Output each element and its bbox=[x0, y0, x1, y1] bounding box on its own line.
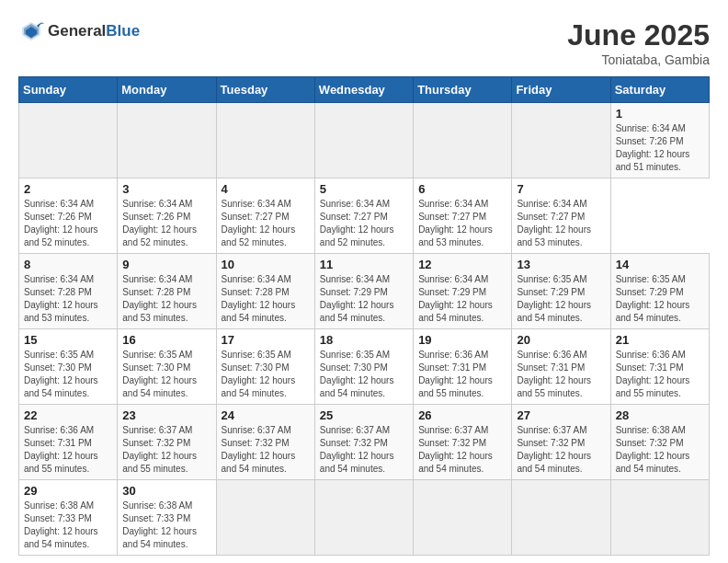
calendar-day-cell: 4Sunrise: 6:34 AMSunset: 7:27 PMDaylight… bbox=[216, 178, 314, 254]
calendar-day-cell: 14Sunrise: 6:35 AMSunset: 7:29 PMDayligh… bbox=[610, 254, 709, 329]
calendar-day-cell: 11Sunrise: 6:34 AMSunset: 7:29 PMDayligh… bbox=[314, 254, 413, 329]
calendar-title: June 2025 bbox=[567, 18, 710, 52]
calendar-week-row: 22Sunrise: 6:36 AMSunset: 7:31 PMDayligh… bbox=[19, 405, 710, 480]
empty-cell bbox=[414, 480, 512, 556]
calendar-day-cell: 29Sunrise: 6:38 AMSunset: 7:33 PMDayligh… bbox=[19, 480, 118, 556]
day-number: 1 bbox=[616, 107, 704, 121]
day-info: Sunrise: 6:37 AMSunset: 7:32 PMDaylight:… bbox=[122, 425, 197, 474]
calendar-day-cell: 10Sunrise: 6:34 AMSunset: 7:28 PMDayligh… bbox=[216, 254, 314, 329]
day-number: 12 bbox=[418, 258, 506, 271]
day-info: Sunrise: 6:35 AMSunset: 7:30 PMDaylight:… bbox=[122, 350, 197, 398]
day-number: 19 bbox=[418, 333, 506, 347]
day-number: 27 bbox=[517, 408, 605, 422]
empty-cell bbox=[19, 103, 118, 178]
day-info: Sunrise: 6:35 AMSunset: 7:30 PMDaylight:… bbox=[222, 350, 296, 398]
calendar-day-cell: 15Sunrise: 6:35 AMSunset: 7:30 PMDayligh… bbox=[19, 329, 118, 405]
day-number: 13 bbox=[517, 258, 605, 271]
empty-cell bbox=[314, 480, 413, 556]
empty-cell bbox=[216, 103, 314, 178]
header-day: Friday bbox=[512, 77, 610, 103]
day-info: Sunrise: 6:34 AMSunset: 7:27 PMDaylight:… bbox=[320, 199, 394, 247]
title-area: June 2025 Toniataba, Gambia bbox=[567, 18, 710, 67]
day-number: 23 bbox=[122, 408, 210, 422]
day-info: Sunrise: 6:35 AMSunset: 7:30 PMDaylight:… bbox=[24, 350, 98, 398]
calendar-day-cell: 24Sunrise: 6:37 AMSunset: 7:32 PMDayligh… bbox=[216, 405, 314, 480]
day-number: 2 bbox=[24, 182, 112, 196]
calendar-body: 1Sunrise: 6:34 AMSunset: 7:26 PMDaylight… bbox=[19, 103, 710, 556]
logo-icon bbox=[18, 18, 44, 44]
day-info: Sunrise: 6:34 AMSunset: 7:28 PMDaylight:… bbox=[222, 274, 296, 323]
day-info: Sunrise: 6:37 AMSunset: 7:32 PMDaylight:… bbox=[320, 425, 394, 474]
calendar-subtitle: Toniataba, Gambia bbox=[567, 52, 710, 67]
calendar-day-cell: 3Sunrise: 6:34 AMSunset: 7:26 PMDaylight… bbox=[118, 178, 216, 254]
header-row: SundayMondayTuesdayWednesdayThursdayFrid… bbox=[19, 77, 710, 103]
day-number: 8 bbox=[24, 258, 112, 271]
calendar-week-row: 2Sunrise: 6:34 AMSunset: 7:26 PMDaylight… bbox=[19, 178, 710, 254]
calendar-week-row: 29Sunrise: 6:38 AMSunset: 7:33 PMDayligh… bbox=[19, 480, 710, 556]
day-info: Sunrise: 6:37 AMSunset: 7:32 PMDaylight:… bbox=[517, 425, 591, 474]
calendar-day-cell: 28Sunrise: 6:38 AMSunset: 7:32 PMDayligh… bbox=[610, 405, 709, 480]
day-number: 3 bbox=[122, 182, 210, 196]
calendar-day-cell: 20Sunrise: 6:36 AMSunset: 7:31 PMDayligh… bbox=[512, 329, 610, 405]
calendar-day-cell: 6Sunrise: 6:34 AMSunset: 7:27 PMDaylight… bbox=[414, 178, 512, 254]
day-info: Sunrise: 6:35 AMSunset: 7:30 PMDaylight:… bbox=[320, 350, 394, 398]
header-day: Saturday bbox=[610, 77, 709, 103]
empty-cell bbox=[512, 480, 610, 556]
calendar-day-cell: 7Sunrise: 6:34 AMSunset: 7:27 PMDaylight… bbox=[512, 178, 610, 254]
day-info: Sunrise: 6:36 AMSunset: 7:31 PMDaylight:… bbox=[616, 350, 690, 398]
calendar-week-row: 15Sunrise: 6:35 AMSunset: 7:30 PMDayligh… bbox=[19, 329, 710, 405]
day-info: Sunrise: 6:34 AMSunset: 7:29 PMDaylight:… bbox=[320, 274, 394, 323]
empty-cell bbox=[118, 103, 216, 178]
day-number: 24 bbox=[222, 408, 310, 422]
day-number: 10 bbox=[222, 258, 310, 271]
calendar-day-cell: 13Sunrise: 6:35 AMSunset: 7:29 PMDayligh… bbox=[512, 254, 610, 329]
logo: GeneralBlue bbox=[18, 18, 140, 44]
day-number: 15 bbox=[24, 333, 112, 347]
calendar-day-cell: 1Sunrise: 6:34 AMSunset: 7:26 PMDaylight… bbox=[610, 103, 709, 178]
day-number: 21 bbox=[616, 333, 704, 347]
calendar-day-cell: 9Sunrise: 6:34 AMSunset: 7:28 PMDaylight… bbox=[118, 254, 216, 329]
day-number: 20 bbox=[517, 333, 605, 347]
header-day: Monday bbox=[118, 77, 216, 103]
day-info: Sunrise: 6:36 AMSunset: 7:31 PMDaylight:… bbox=[418, 350, 493, 398]
header-day: Tuesday bbox=[216, 77, 314, 103]
day-info: Sunrise: 6:36 AMSunset: 7:31 PMDaylight:… bbox=[24, 425, 98, 474]
day-number: 9 bbox=[122, 258, 210, 271]
empty-cell bbox=[512, 103, 610, 178]
day-info: Sunrise: 6:36 AMSunset: 7:31 PMDaylight:… bbox=[517, 350, 591, 398]
calendar-day-cell: 16Sunrise: 6:35 AMSunset: 7:30 PMDayligh… bbox=[118, 329, 216, 405]
calendar-table: SundayMondayTuesdayWednesdayThursdayFrid… bbox=[18, 76, 710, 556]
empty-cell bbox=[610, 480, 709, 556]
day-info: Sunrise: 6:34 AMSunset: 7:27 PMDaylight:… bbox=[517, 199, 591, 247]
day-info: Sunrise: 6:38 AMSunset: 7:33 PMDaylight:… bbox=[24, 500, 98, 549]
calendar-day-cell: 25Sunrise: 6:37 AMSunset: 7:32 PMDayligh… bbox=[314, 405, 413, 480]
day-info: Sunrise: 6:34 AMSunset: 7:27 PMDaylight:… bbox=[222, 199, 296, 247]
day-number: 25 bbox=[320, 408, 408, 422]
calendar-day-cell: 26Sunrise: 6:37 AMSunset: 7:32 PMDayligh… bbox=[414, 405, 512, 480]
empty-cell bbox=[314, 103, 413, 178]
page-header: GeneralBlue June 2025 Toniataba, Gambia bbox=[18, 18, 710, 67]
day-info: Sunrise: 6:37 AMSunset: 7:32 PMDaylight:… bbox=[418, 425, 493, 474]
day-info: Sunrise: 6:34 AMSunset: 7:29 PMDaylight:… bbox=[418, 274, 493, 323]
day-info: Sunrise: 6:34 AMSunset: 7:28 PMDaylight:… bbox=[122, 274, 197, 323]
header-day: Wednesday bbox=[314, 77, 413, 103]
day-number: 16 bbox=[122, 333, 210, 347]
day-number: 14 bbox=[616, 258, 704, 271]
calendar-day-cell: 5Sunrise: 6:34 AMSunset: 7:27 PMDaylight… bbox=[314, 178, 413, 254]
empty-cell bbox=[414, 103, 512, 178]
empty-cell bbox=[216, 480, 314, 556]
calendar-day-cell: 18Sunrise: 6:35 AMSunset: 7:30 PMDayligh… bbox=[314, 329, 413, 405]
calendar-day-cell: 8Sunrise: 6:34 AMSunset: 7:28 PMDaylight… bbox=[19, 254, 118, 329]
day-number: 11 bbox=[320, 258, 408, 271]
day-info: Sunrise: 6:35 AMSunset: 7:29 PMDaylight:… bbox=[616, 274, 690, 323]
day-number: 4 bbox=[222, 182, 310, 196]
calendar-day-cell: 27Sunrise: 6:37 AMSunset: 7:32 PMDayligh… bbox=[512, 405, 610, 480]
header-day: Thursday bbox=[414, 77, 512, 103]
header-day: Sunday bbox=[19, 77, 118, 103]
logo-general: General bbox=[48, 22, 106, 40]
day-info: Sunrise: 6:34 AMSunset: 7:26 PMDaylight:… bbox=[24, 199, 98, 247]
calendar-day-cell: 19Sunrise: 6:36 AMSunset: 7:31 PMDayligh… bbox=[414, 329, 512, 405]
day-number: 5 bbox=[320, 182, 408, 196]
calendar-day-cell: 17Sunrise: 6:35 AMSunset: 7:30 PMDayligh… bbox=[216, 329, 314, 405]
day-info: Sunrise: 6:34 AMSunset: 7:26 PMDaylight:… bbox=[616, 123, 690, 172]
